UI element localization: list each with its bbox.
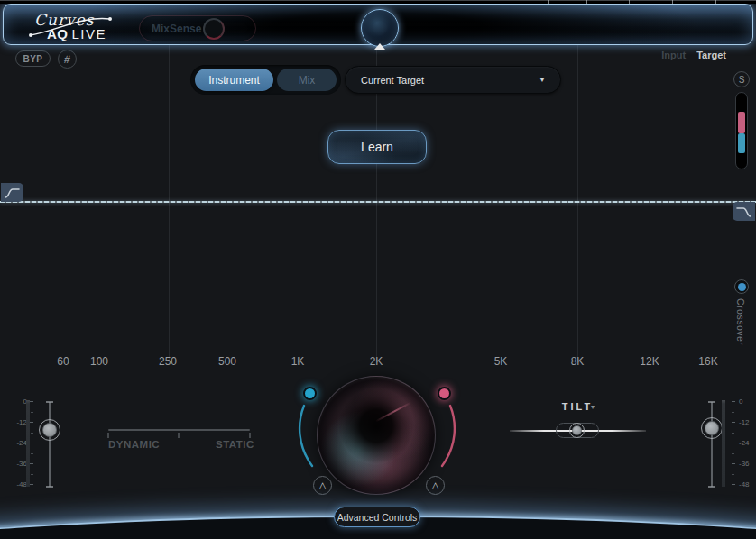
- output-gain-knob[interactable]: [701, 417, 723, 439]
- db-tick: [732, 401, 735, 402]
- output-fader-track[interactable]: [711, 402, 713, 487]
- crossover-dot-icon: [738, 283, 746, 291]
- target-dropdown[interactable]: Current Target ▼: [345, 66, 561, 94]
- tilt-label: TILT: [562, 401, 593, 412]
- instrument-tab[interactable]: Instrument: [195, 69, 273, 91]
- level-meter: [735, 92, 748, 169]
- db-tick: [732, 474, 734, 475]
- db-tick: [30, 401, 33, 402]
- freq-tick-100: 100: [90, 355, 108, 368]
- freq-tick-60: 60: [57, 355, 69, 368]
- pink-arc: [442, 406, 455, 466]
- freq-tick-16k: 16K: [698, 355, 717, 368]
- static-label[interactable]: STATIC: [216, 439, 254, 450]
- db-tick: [732, 463, 735, 464]
- db-tick: [732, 412, 734, 413]
- left-shaper-button[interactable]: △: [313, 476, 332, 495]
- freq-tick-250: 250: [159, 355, 177, 368]
- host-window-strip: [0, 0, 756, 4]
- bypass-button[interactable]: BYP: [15, 50, 51, 67]
- db-tick: [30, 463, 33, 464]
- gridline-8khz: [577, 45, 578, 361]
- db-label: -48: [7, 480, 27, 489]
- freq-tick-5k: 5K: [494, 355, 508, 368]
- db-tick: [732, 443, 735, 443]
- db-label: -36: [739, 460, 750, 468]
- output-gain-meter: [722, 400, 725, 487]
- host-strip-tick: [672, 0, 673, 4]
- db-label: -48: [739, 480, 750, 489]
- dynamic-static-track[interactable]: [108, 429, 250, 431]
- db-label: -24: [7, 439, 27, 447]
- db-tick: [31, 474, 33, 475]
- host-strip-tick: [586, 0, 587, 4]
- handle-arcs: [289, 397, 469, 478]
- blue-arc: [300, 406, 312, 466]
- db-tick: [30, 443, 33, 443]
- logo-sub-text: AQLIVE: [47, 26, 106, 41]
- tilt-caret-icon: ▾: [591, 403, 595, 411]
- db-tick: [31, 412, 33, 413]
- db-label: -36: [7, 460, 27, 468]
- input-gain-meter: [26, 400, 30, 487]
- db-label: 0: [739, 397, 742, 406]
- freq-tick-8k: 8K: [571, 355, 585, 368]
- mixsense-label: MixSense: [152, 23, 201, 35]
- fader-cap: [46, 401, 53, 403]
- lowpass-curve-icon: [735, 205, 752, 218]
- mode-tick-left: [107, 433, 109, 438]
- mode-tick-center: [178, 433, 180, 438]
- mixsense-toggle[interactable]: MixSense: [139, 15, 256, 41]
- fader-cap: [708, 401, 715, 403]
- input-fader-track[interactable]: [49, 402, 51, 487]
- knob-core: [705, 421, 719, 435]
- db-label: -24: [739, 439, 750, 447]
- host-strip-tick: [629, 0, 630, 4]
- header-bar: Curves AQLIVE MixSense: [3, 4, 753, 45]
- target-label[interactable]: Target: [696, 50, 726, 60]
- tilt-selector[interactable]: TILT: [541, 401, 613, 412]
- db-tick: [732, 453, 734, 454]
- db-tick: [30, 484, 33, 485]
- db-tick: [30, 422, 33, 423]
- highpass-curve-icon: [4, 186, 21, 199]
- crossover-toggle[interactable]: [734, 279, 749, 294]
- fader-cap: [708, 486, 715, 488]
- host-strip-tick: [715, 0, 716, 4]
- target-dropdown-value: Current Target: [361, 75, 424, 86]
- meter-mode-labels: InputTarget: [632, 50, 726, 60]
- learn-button[interactable]: Learn: [327, 130, 427, 164]
- target-orb-handle[interactable]: [438, 387, 451, 400]
- db-label: -12: [7, 418, 27, 426]
- meter-input-segment: [738, 133, 745, 153]
- dynamic-label[interactable]: DYNAMIC: [108, 439, 160, 450]
- host-strip-tick: [548, 0, 549, 4]
- mode-tick-right: [249, 433, 251, 438]
- input-label[interactable]: Input: [661, 50, 686, 60]
- knob-core: [572, 425, 582, 435]
- mix-tab[interactable]: Mix: [277, 69, 337, 91]
- input-orb-handle[interactable]: [303, 387, 317, 400]
- tilt-knob[interactable]: [569, 423, 585, 438]
- grid-icon: #: [63, 53, 71, 66]
- main-panel: BYP # InputTarget S Instrument Mix Curre…: [0, 45, 756, 539]
- knob-core: [42, 423, 57, 437]
- freq-tick-500: 500: [218, 355, 236, 368]
- db-tick: [732, 433, 734, 434]
- host-strip-edge: [0, 0, 756, 1]
- mode-segmented-control: Instrument Mix: [190, 65, 341, 95]
- right-shaper-button[interactable]: △: [426, 476, 445, 495]
- orb-pointer-icon: [374, 43, 385, 50]
- mixsense-knob[interactable]: [203, 18, 225, 40]
- high-cut-tab[interactable]: [733, 202, 755, 221]
- eq-zero-db-curve[interactable]: [0, 201, 756, 203]
- ai-orb-button[interactable]: [361, 9, 399, 47]
- triangle-up-icon: △: [432, 480, 439, 490]
- low-cut-tab[interactable]: [1, 183, 23, 202]
- advanced-controls-button[interactable]: Advanced Controls: [334, 507, 420, 527]
- grid-toggle-button[interactable]: #: [58, 50, 77, 69]
- freq-tick-12k: 12K: [640, 355, 659, 368]
- plugin-window: Curves AQLIVE MixSense: [0, 0, 756, 539]
- solo-button[interactable]: S: [733, 71, 750, 87]
- input-gain-knob[interactable]: [39, 419, 60, 441]
